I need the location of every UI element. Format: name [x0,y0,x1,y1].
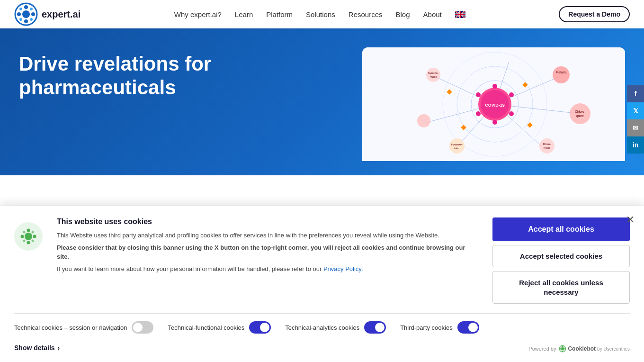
privacy-policy-link[interactable]: Privacy Policy. [323,265,363,272]
hero-title: Drive revelations for pharmaceuticals [19,38,279,100]
nav-platform[interactable]: Platform [266,10,293,18]
cookie-buttons: Accept all cookies Accept selected cooki… [492,217,630,304]
show-details-label: Show details [14,344,55,352]
cookie-body1: This Website uses third party analytical… [57,231,478,240]
svg-text:chlor...: chlor... [453,147,461,150]
svg-point-29 [509,111,514,116]
email-share-button[interactable]: ✉ [627,119,644,136]
toggle-analytics-knob [375,323,385,332]
svg-point-5 [31,12,35,16]
cookiebot-footer: Powered by Cookiebot by Usercentrics [528,345,630,353]
svg-point-6 [19,8,22,10]
cookie-banner-top: This website uses cookies This Website u… [14,217,630,304]
request-demo-button[interactable]: Request a Demo [559,6,630,22]
twitter-share-button[interactable]: 𝕏 [627,102,644,119]
header: expert.ai Why expert.ai? Learn Platform … [0,0,644,28]
cookiebot-label: Cookiebot [568,345,596,352]
cookie-logo-area [14,222,43,251]
language-flag-icon[interactable] [455,11,465,18]
cookie-title: This website uses cookies [57,217,478,226]
covid-visualization: COVID-19 Malaria Chloro- quine Rheu- mat… [362,47,625,161]
svg-text:Hydroxy-: Hydroxy- [451,143,463,146]
cookie-content: This website uses cookies This Website u… [57,217,478,276]
svg-text:quine: quine [576,114,584,118]
svg-point-24 [492,84,497,89]
svg-point-64 [559,348,561,350]
svg-point-58 [23,240,26,242]
svg-point-2 [24,5,28,9]
svg-point-63 [562,351,564,352]
social-sidebar: f 𝕏 ✉ in [627,85,644,154]
svg-text:matic: matic [430,75,437,78]
linkedin-share-button[interactable]: in [627,136,644,154]
svg-point-51 [25,233,32,240]
cookiebot-subtitle: by Usercentrics [597,346,630,352]
toggle-session-knob [133,323,143,332]
powered-by-label: Powered by [528,346,556,352]
logo-text: expert.ai [42,9,80,20]
toggle-item-thirdparty: Third-party cookies [400,321,479,334]
svg-point-54 [21,235,24,238]
toggle-thirdparty-label: Third-party cookies [400,324,453,331]
nav-why[interactable]: Why expert.ai? [174,10,222,18]
cookie-banner: ✕ This website uses co [0,206,644,362]
accept-all-cookies-button[interactable]: Accept all cookies [492,217,630,241]
toggle-session[interactable] [132,321,153,334]
svg-point-65 [564,348,566,350]
toggle-item-functional: Technical-functional cookies [168,321,271,334]
main-nav: Why expert.ai? Learn Platform Solutions … [174,10,465,18]
svg-point-33 [570,103,590,124]
svg-point-39 [426,68,440,82]
svg-text:Malaria: Malaria [556,71,567,74]
svg-point-55 [33,235,36,238]
nav-learn[interactable]: Learn [235,10,253,18]
svg-point-53 [27,241,30,244]
svg-point-25 [492,120,497,125]
nav-about[interactable]: About [423,10,442,18]
cookie-logo-circle [14,222,43,251]
toggle-thirdparty[interactable] [457,321,479,334]
hero-image: COVID-19 Malaria Chloro- quine Rheu- mat… [362,47,625,161]
svg-point-28 [476,111,481,116]
svg-point-3 [24,19,28,23]
svg-point-1 [22,10,30,18]
svg-point-31 [553,66,570,83]
toggle-functional[interactable] [249,321,271,334]
nav-resources[interactable]: Resources [349,10,383,18]
svg-point-26 [476,92,481,97]
svg-point-57 [32,231,34,234]
chevron-right-icon: › [58,344,60,352]
toggle-functional-label: Technical-functional cookies [168,324,244,331]
cookie-close-button[interactable]: ✕ [626,214,635,226]
reject-all-cookies-button[interactable]: Reject all cookies unless necessary [492,271,630,304]
logo[interactable]: expert.ai [14,2,80,26]
cookie-body2: Please consider that by closing this ban… [57,243,478,262]
cookie-body3: If you want to learn more about how your… [57,264,478,274]
nav-blog[interactable]: Blog [396,10,410,18]
show-details-button[interactable]: Show details › [14,344,60,352]
svg-point-56 [23,231,26,234]
svg-point-59 [32,240,34,242]
cookiebot-logo-icon [18,226,39,247]
accept-selected-cookies-button[interactable]: Accept selected cookies [492,245,630,267]
toggle-analytics[interactable] [364,321,386,334]
cookie-body3-text: If you want to learn more about how your… [57,265,322,272]
svg-point-4 [17,12,21,16]
svg-point-43 [449,138,465,154]
toggle-thirdparty-knob [468,323,478,332]
toggle-item-analytics: Technical-analytics cookies [285,321,386,334]
cookie-body2-strong: Please consider that by closing this ban… [57,244,465,261]
facebook-share-button[interactable]: f [627,85,644,102]
toggle-analytics-label: Technical-analytics cookies [285,324,359,331]
logo-icon [14,2,38,26]
cookie-toggles-row: Technical cookies – session or navigatio… [14,313,630,337]
svg-point-52 [27,229,30,232]
nav-solutions[interactable]: Solutions [306,10,335,18]
svg-text:Sympto-: Sympto- [428,72,438,74]
cookiebot-logo-small-icon [559,345,566,353]
svg-point-27 [509,92,514,97]
toggle-session-label: Technical cookies – session or navigatio… [14,324,127,331]
svg-point-7 [30,8,33,10]
svg-point-62 [562,345,564,347]
svg-text:matic: matic [544,146,550,149]
